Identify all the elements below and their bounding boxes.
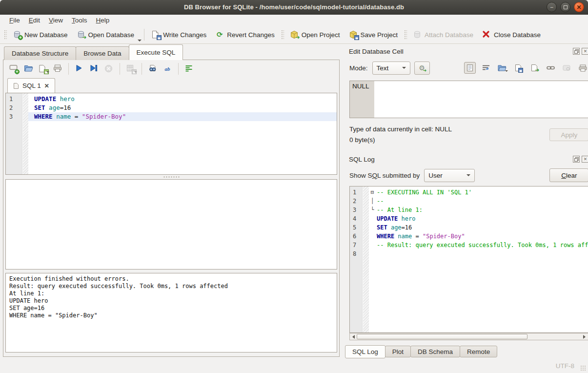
title-bar[interactable]: DB Browser for SQLite - /home/user/code/… [0, 0, 588, 15]
tab-sql-log[interactable]: SQL Log [345, 345, 385, 358]
close-database-button[interactable]: Close Database [478, 28, 545, 41]
fold-corner-icon: └ [369, 206, 376, 214]
fold-line-icon: │ [369, 197, 376, 206]
execute-line-button[interactable] [88, 63, 101, 75]
auto-switch-mode-button[interactable]: ⚙➜ [414, 62, 430, 75]
editor-results-splitter[interactable] [3, 175, 339, 179]
tab-database-structure[interactable]: Database Structure [4, 46, 76, 60]
open-database-icon: ➜ [77, 30, 85, 39]
log-line: 2│-- [350, 197, 588, 206]
open-sql-file-button[interactable] [22, 63, 35, 75]
menu-tools[interactable]: Tools [67, 16, 92, 25]
log-line: 7-- Result: query executed successfully.… [350, 241, 588, 249]
close-dock-button[interactable]: ✕ [582, 156, 588, 163]
gear-icon: ⚙➜ [418, 64, 426, 72]
log-line: 3└-- At line 1: [350, 206, 588, 214]
submitted-by-select[interactable]: User [424, 169, 475, 182]
menu-edit[interactable]: Edit [24, 16, 44, 25]
maximize-button[interactable] [560, 2, 570, 12]
resize-grip[interactable] [580, 365, 587, 372]
results-grid[interactable] [5, 179, 337, 269]
tab-remote[interactable]: Remote [460, 346, 497, 357]
execute-line-icon [90, 64, 99, 73]
execute-all-icon [75, 64, 84, 73]
execution-message-panel[interactable]: Execution finished without errors. Resul… [5, 273, 337, 352]
export-cell-data-button[interactable] [512, 62, 524, 74]
float-icon [574, 157, 579, 162]
chevron-down-icon [466, 174, 470, 176]
close-dock-button[interactable]: ✕ [582, 48, 588, 55]
close-button[interactable]: ✕ [574, 2, 584, 12]
scrollbar-thumb[interactable] [357, 334, 527, 339]
open-in-external-app-button[interactable]: ➜ [528, 62, 540, 74]
find-icon [148, 64, 157, 73]
tab-browse-data[interactable]: Browse Data [76, 46, 129, 60]
sql1-tab[interactable]: SQL 1 ✕ [7, 78, 55, 93]
import-cell-data-button[interactable] [496, 62, 508, 74]
open-project-button[interactable]: ➜ Open Project [285, 28, 345, 41]
save-dropdown-icon[interactable] [46, 67, 49, 74]
write-changes-button[interactable]: Write Changes [147, 28, 211, 41]
toolbar-drag-handle[interactable] [404, 29, 407, 40]
close-tab-icon[interactable]: ✕ [44, 83, 49, 89]
float-icon [574, 49, 579, 54]
print-button[interactable] [51, 63, 64, 75]
mode-select[interactable]: Text [372, 62, 410, 75]
minimize-button[interactable]: − [547, 2, 557, 12]
open-database-button[interactable]: ➜ Open Database [72, 28, 139, 41]
maximize-icon [564, 5, 568, 9]
word-wrap-button[interactable] [480, 62, 492, 74]
tab-execute-sql[interactable]: Execute SQL [129, 44, 183, 60]
tab-db-schema[interactable]: DB Schema [410, 346, 460, 357]
import-dropdown-icon[interactable] [505, 66, 508, 73]
text-view-button[interactable] [464, 62, 476, 74]
sql-editor[interactable]: 1 UPDATE hero 2 SET age=16 3 WHER [5, 93, 337, 175]
find-button[interactable] [146, 63, 159, 75]
attach-database-label: Attach Database [425, 31, 473, 39]
link-icon [547, 65, 555, 71]
format-sql-button[interactable] [183, 63, 196, 75]
minimize-icon: − [550, 4, 553, 10]
save-project-button[interactable]: Save Project [345, 28, 403, 41]
execute-all-button[interactable] [73, 63, 86, 75]
revert-changes-button[interactable]: ⟳ Revert Changes [211, 28, 279, 41]
write-changes-icon [151, 30, 160, 39]
scroll-left-icon[interactable] [350, 335, 357, 339]
tab-plot[interactable]: Plot [385, 346, 411, 357]
menu-file[interactable]: File [5, 16, 24, 25]
sql-log-view[interactable]: 1⊟-- EXECUTING ALL IN 'SQL 1' 2│-- 3└-- … [349, 186, 588, 333]
open-database-dropdown-icon[interactable] [138, 40, 142, 41]
right-pane: Edit Database Cell ✕ Mode: Text ⚙➜ [343, 44, 588, 359]
save-project-label: Save Project [361, 31, 398, 39]
clear-log-button[interactable]: Clear [549, 168, 588, 182]
stop-icon [104, 64, 113, 73]
toolbar-separator [120, 63, 120, 75]
replace-button[interactable]: ab [161, 63, 174, 75]
cell-value-editor[interactable]: NULL [349, 81, 588, 118]
editor-line[interactable]: 2 SET age=16 [6, 104, 337, 112]
new-sql-tab-button[interactable]: + [7, 63, 20, 75]
float-dock-button[interactable] [573, 48, 580, 55]
save-sql-file-button[interactable] [37, 63, 49, 75]
editor-line-current[interactable]: 3 WHERE name = "Spider-Boy" [6, 112, 337, 121]
close-dock-icon: ✕ [584, 157, 588, 162]
cell-value-text: NULL [352, 83, 369, 90]
toolbar-drag-handle[interactable] [281, 29, 284, 40]
float-dock-button[interactable] [573, 156, 580, 163]
fold-collapse-icon[interactable]: ⊟ [369, 188, 376, 197]
print-cell-button[interactable] [577, 62, 588, 74]
scroll-right-icon[interactable] [581, 335, 588, 339]
revert-changes-label: Revert Changes [227, 31, 275, 39]
menu-help[interactable]: Help [92, 16, 114, 25]
bottom-dock-tabs: SQL Log Plot DB Schema Remote [345, 345, 588, 359]
chevron-down-icon [402, 67, 406, 69]
menu-view[interactable]: View [44, 16, 67, 25]
cell-mode-row: Mode: Text ⚙➜ [349, 61, 588, 75]
toolbar-drag-handle[interactable] [3, 29, 7, 40]
editor-line[interactable]: 1 UPDATE hero [6, 95, 337, 104]
open-arrow-badge-icon: ➜ [295, 35, 300, 40]
log-horizontal-scrollbar[interactable] [349, 333, 588, 340]
copy-link-button[interactable] [545, 62, 556, 74]
app-window: DB Browser for SQLite - /home/user/code/… [0, 0, 588, 373]
new-database-button[interactable]: + New Database [8, 28, 72, 41]
